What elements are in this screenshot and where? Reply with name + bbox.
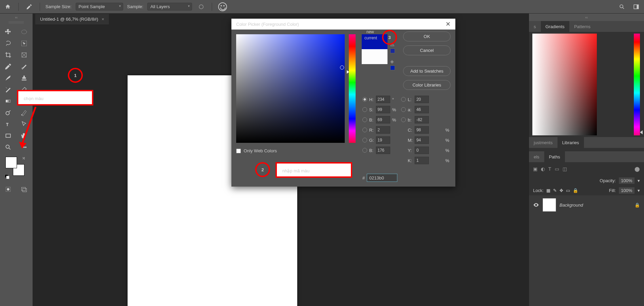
m-input[interactable] xyxy=(415,136,429,144)
screenmode-icon[interactable] xyxy=(17,184,32,195)
radio-h[interactable] xyxy=(362,97,367,102)
eyedropper-icon[interactable] xyxy=(1,61,16,72)
tab-patterns[interactable]: Patterns xyxy=(569,21,595,32)
filter-adjust-icon[interactable]: ◐ xyxy=(541,166,545,172)
websafe-swatch[interactable] xyxy=(390,65,395,70)
type-tool-icon[interactable]: T xyxy=(1,119,16,130)
fill-value[interactable]: 100% xyxy=(619,187,635,194)
lasso-tool-icon[interactable] xyxy=(1,38,16,49)
brush-tool-icon[interactable] xyxy=(1,73,16,83)
l-input[interactable] xyxy=(415,96,429,103)
radio-g[interactable] xyxy=(362,138,367,142)
add-swatches-button[interactable]: Add to Swatches xyxy=(403,66,451,76)
tab-channels[interactable]: els xyxy=(529,151,544,162)
websafe-warning-icon[interactable]: ◈ xyxy=(390,59,394,64)
fill-dropdown-icon[interactable]: ▾ xyxy=(638,188,640,193)
filter-shape-icon[interactable]: ▭ xyxy=(555,166,559,172)
rectangle-tool-icon[interactable] xyxy=(1,130,16,141)
lock-move-icon[interactable]: ✥ xyxy=(560,188,563,193)
home-icon[interactable] xyxy=(3,2,13,12)
lock-pixels-icon[interactable]: ▦ xyxy=(546,188,550,193)
sample-dropdown[interactable]: All Layers xyxy=(147,3,192,11)
ok-button[interactable]: OK xyxy=(403,32,451,41)
dodge-tool-icon[interactable] xyxy=(1,107,16,118)
hue-bar[interactable] xyxy=(634,34,640,135)
bv-input[interactable] xyxy=(376,147,390,154)
crop-tool-icon[interactable] xyxy=(1,50,16,60)
color-field[interactable] xyxy=(532,34,597,135)
only-web-colors-checkbox[interactable]: Only Web Colors xyxy=(236,148,277,153)
tab-libraries[interactable]: Libraries xyxy=(557,137,584,148)
quick-select-icon[interactable] xyxy=(17,38,32,49)
lock-artboard-icon[interactable]: ▭ xyxy=(566,188,570,193)
sample-ring-icon[interactable] xyxy=(196,2,206,12)
visibility-icon[interactable] xyxy=(533,202,539,208)
radio-r[interactable] xyxy=(362,128,367,132)
frame-tool-icon[interactable] xyxy=(17,50,32,60)
stamp-tool-icon[interactable] xyxy=(17,73,32,83)
history-brush-icon[interactable] xyxy=(1,84,16,95)
radio-s[interactable] xyxy=(362,107,367,112)
layer-thumbnail[interactable] xyxy=(543,198,556,212)
gamut-swatch[interactable] xyxy=(390,49,395,53)
filter-image-icon[interactable]: ▣ xyxy=(533,166,537,172)
search-icon[interactable] xyxy=(617,2,627,12)
eyedropper-tool-icon[interactable] xyxy=(24,2,34,12)
swap-colors-icon[interactable]: ⤭ xyxy=(22,156,25,160)
foreground-color-swatch[interactable] xyxy=(5,157,17,168)
g-input[interactable] xyxy=(376,136,390,144)
cancel-button[interactable]: Cancel xyxy=(403,45,451,55)
lock-all-icon[interactable]: 🔒 xyxy=(573,188,578,193)
smiley-icon[interactable] xyxy=(217,2,228,12)
toolbar-collapse[interactable]: ‹‹ xyxy=(0,14,33,21)
heal-brush-icon[interactable] xyxy=(17,61,32,72)
radio-bv[interactable] xyxy=(362,148,367,153)
tab-paths[interactable]: Paths xyxy=(544,151,565,162)
svg-rect-8 xyxy=(6,100,10,102)
b2-input[interactable] xyxy=(415,116,429,123)
color-libraries-button[interactable]: Color Libraries xyxy=(403,80,451,90)
radio-b2[interactable] xyxy=(401,117,406,122)
gradient-tool-icon[interactable] xyxy=(1,96,16,107)
panels-collapse[interactable]: ‹‹ xyxy=(529,14,644,21)
opacity-value[interactable]: 100% xyxy=(619,177,635,184)
owc-checkbox[interactable] xyxy=(236,149,241,153)
quickmask-icon[interactable] xyxy=(1,184,16,195)
k-input[interactable] xyxy=(415,157,429,164)
filter-toggle-icon[interactable]: ⬤ xyxy=(634,166,640,172)
radio-l[interactable] xyxy=(401,97,406,102)
s-input[interactable] xyxy=(376,106,390,113)
marquee-ellipse-icon[interactable] xyxy=(17,26,32,37)
layer-row-background[interactable]: Background 🔒 xyxy=(529,195,644,214)
r-input[interactable] xyxy=(376,126,390,134)
workspace-icon[interactable] xyxy=(631,2,641,12)
move-tool-icon[interactable] xyxy=(1,26,16,37)
default-colors-icon[interactable] xyxy=(5,174,10,179)
layer-lock-icon[interactable]: 🔒 xyxy=(634,203,640,208)
b-input[interactable] xyxy=(376,116,390,123)
radio-a[interactable] xyxy=(401,107,406,112)
close-tab-icon[interactable]: × xyxy=(101,17,104,22)
sat-bright-field[interactable] xyxy=(236,34,345,143)
opacity-dropdown-icon[interactable]: ▾ xyxy=(638,178,640,183)
tab-gradients[interactable]: Gradients xyxy=(541,21,569,32)
toolbar-grip[interactable] xyxy=(9,21,24,24)
zoom-tool-icon[interactable] xyxy=(1,142,16,153)
h-input[interactable] xyxy=(376,96,390,103)
hue-strip[interactable] xyxy=(349,34,356,143)
radio-b[interactable] xyxy=(362,117,367,122)
lock-brush-icon[interactable]: ✎ xyxy=(553,188,557,193)
a-input[interactable] xyxy=(415,106,429,113)
hex-input[interactable] xyxy=(367,174,397,182)
filter-smart-icon[interactable]: ◫ xyxy=(563,166,567,172)
current-color-swatch[interactable] xyxy=(362,49,387,64)
close-icon[interactable]: ✕ xyxy=(446,20,451,28)
filter-type-icon[interactable]: T xyxy=(548,166,551,172)
y-input[interactable] xyxy=(415,147,429,154)
tab-adjustments[interactable]: justments xyxy=(529,137,557,148)
sample-size-dropdown[interactable]: Point Sample xyxy=(76,3,123,11)
document-tab[interactable]: Untitled-1 @ 66,7% (RGB/8#) × xyxy=(35,14,109,24)
dialog-titlebar[interactable]: Color Picker (Foreground Color) ✕ xyxy=(231,19,455,30)
tab-swatches[interactable]: s xyxy=(529,21,541,32)
c-input[interactable] xyxy=(415,126,429,134)
